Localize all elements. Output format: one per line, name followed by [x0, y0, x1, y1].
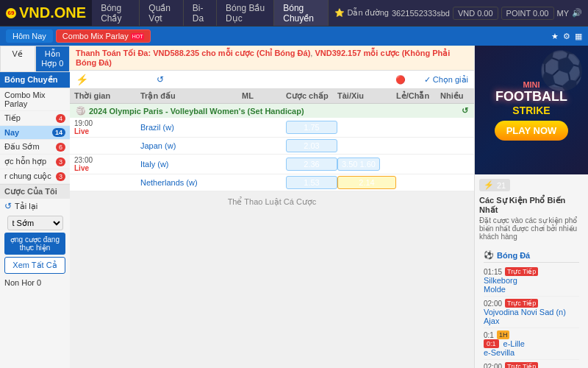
match-2-team1[interactable]: Italy (w): [140, 160, 242, 169]
match-row-2-line2: Netherlands (w) 1.53 2.14: [70, 174, 474, 191]
footer-note: Thể Thao Luật Cá Cược: [70, 191, 474, 213]
main-content: Thanh Toán Tối Đa: VND588.235 cho mỗi cư…: [70, 46, 474, 368]
match-1-chap1: 1.75: [286, 121, 337, 134]
score-badge: 0:1: [484, 339, 499, 348]
tab-bi-da[interactable]: Bi-Da: [184, 0, 217, 26]
match-2-team2[interactable]: Netherlands (w): [140, 178, 242, 187]
event-item-2: 02:00 Trực Tiếp Vojvodina Novi Sad (n) A…: [484, 297, 579, 328]
match-1-time: 19:00 Live: [74, 119, 140, 135]
sidebar-item-dau-som[interactable]: Đấu Sớm 6: [0, 140, 70, 155]
hom-nay-tab[interactable]: Hôm Nay: [6, 29, 53, 43]
nay-badge: 14: [52, 128, 65, 137]
col-time: Thời gian: [74, 91, 140, 101]
main-layout: Về Hỗn Hợp 0 Bóng Chuyền Combo Mix Parla…: [0, 46, 588, 368]
match-1-team1[interactable]: Brazil (w): [140, 123, 242, 132]
header: 69 VND.ONE Bóng Chầy Quần Vợt Bi-Da Bóng…: [0, 0, 588, 26]
event-1-time: 01:15: [484, 268, 502, 276]
event-1-team1[interactable]: Silkeborg: [484, 276, 579, 285]
combo-tab[interactable]: Combo Mix Parlay HOT: [56, 29, 151, 43]
event-2-row1: 02:00 Trực Tiếp: [484, 299, 579, 308]
match-1-chap2-btn[interactable]: 2.03: [286, 139, 337, 152]
match-2-chap1-btn[interactable]: 2.36: [286, 158, 337, 171]
refresh-group-icon[interactable]: ↺: [462, 106, 468, 116]
zap-icon: ⚡: [484, 180, 494, 190]
checkmark-icon: ✓: [424, 75, 431, 84]
dau-som-badge: 6: [56, 143, 65, 152]
table-header: Thời gian Trận đấu ML Cược chấp Tài/Xiu …: [70, 89, 474, 104]
col-match: Trận đấu: [140, 91, 242, 101]
chung-cuoc-badge: 3: [56, 172, 65, 181]
lightning-icon: ⚡: [76, 74, 88, 85]
col-nhieu: Nhiều: [440, 91, 470, 101]
event-1-status: Trực Tiếp: [505, 267, 538, 276]
play-now-btn[interactable]: PLAY NOW: [495, 121, 569, 141]
logo-badge: 69: [6, 8, 16, 18]
match-2-time: 23:00 Live: [74, 156, 140, 172]
football-label: FOOTBALL: [495, 89, 569, 105]
match-row-2: 23:00 Live Italy (w) 2.50 2.36 3.50 1.60…: [70, 155, 474, 191]
match-2-chap2-btn[interactable]: 1.53: [286, 176, 337, 189]
refresh-bet-icon[interactable]: ↺: [157, 74, 164, 85]
sidebar-item-nay[interactable]: Nay 14: [0, 126, 70, 140]
soccer-icon: ⚽: [484, 250, 494, 260]
logo: 69 VND.ONE: [0, 1, 92, 24]
ad-banner[interactable]: ⚽ MINI FOOTBALL STRIKE PLAY NOW: [475, 46, 588, 174]
event-2-time: 02:00: [484, 300, 502, 308]
sidebar-section-bong-chuyen: Bóng Chuyền: [0, 72, 70, 88]
xem-tat-ca-btn[interactable]: Xem Tất Cả: [4, 257, 65, 274]
refresh-icon[interactable]: ↺: [4, 201, 12, 211]
hon-hop-tab[interactable]: Hỗn Hợp 0: [35, 46, 71, 72]
sound-icon[interactable]: 🔊: [572, 8, 582, 18]
match-2-tai-xiu: 3.50 1.60: [337, 158, 396, 171]
chon-giai-btn[interactable]: ✓ Chọn giải: [424, 75, 468, 85]
event-2-team2[interactable]: Ajax: [484, 316, 579, 325]
event-3-team1[interactable]: 0:1 e-Lille: [484, 339, 579, 348]
match-row-1: 19:00 Live Brazil (w) 1.50 1.75 Japan (w…: [70, 118, 474, 155]
volleyball-icon: 🏐: [76, 106, 86, 116]
tai-lai-label[interactable]: Tải lại: [15, 202, 37, 211]
events-count: ⚡ 21: [479, 179, 510, 191]
event-2-team1[interactable]: Vojvodina Novi Sad (n): [484, 308, 579, 316]
event-item-4: 02:00 Trực Tiếp Rijeka FC Coprivul Huned…: [484, 360, 579, 368]
count-icon: 🔴: [395, 75, 406, 85]
match-2-tai-btn[interactable]: 3.50 1.60: [337, 158, 380, 171]
tai-lai-row: ↺ Tải lại: [0, 199, 70, 213]
sidebar-item-combo[interactable]: Combo Mix Parlay: [0, 88, 70, 111]
event-1-team2[interactable]: Molde: [484, 285, 579, 294]
right-sidebar: ⚽ MINI FOOTBALL STRIKE PLAY NOW ⚡ 21 Các…: [474, 46, 588, 368]
ve-tab[interactable]: Về: [0, 46, 35, 72]
event-4-time: 02:00: [484, 363, 502, 369]
bet-type-select[interactable]: t Sớm: [7, 216, 63, 230]
match-row-1-line2: Japan (w) 2.03: [70, 138, 474, 155]
mini-label: MINI: [495, 80, 569, 89]
match-2-chap1: 2.36: [286, 158, 337, 171]
col-chap: Cược chấp: [286, 91, 337, 101]
match-2-xiu-btn[interactable]: 2.14: [337, 176, 396, 189]
sidebar-item-tiep[interactable]: Tiếp 4: [0, 111, 70, 126]
sidebar-item-chung-cuoc[interactable]: r chung cuộc 3: [0, 169, 70, 184]
match-2-xiu: 2.14: [337, 176, 396, 189]
event-1-row1: 01:15 Trực Tiếp: [484, 267, 579, 276]
sidebar-section-combo: Combo Mix Parlay Tiếp 4 Nay 14 Đấu Sớm 6…: [0, 88, 70, 185]
cuoc-hon-hop-label: Cược hỗn hợp: [94, 74, 151, 85]
my-label[interactable]: MY: [557, 9, 570, 18]
star-icon[interactable]: ★: [551, 32, 559, 41]
match-group-label: 2024 Olympic Paris - Volleyball Women's …: [89, 107, 304, 116]
cuoc-dang-btn[interactable]: ợng cược đang thực hiện: [4, 233, 65, 255]
match-1-team2[interactable]: Japan (w): [140, 141, 242, 150]
tab-bong-chay[interactable]: Bóng Chầy: [92, 0, 140, 26]
event-3-status: 1H: [497, 330, 510, 339]
payment-bar: Thanh Toán Tối Đa: VND588.235 cho mỗi cư…: [70, 46, 474, 71]
layout-icon[interactable]: ▦: [575, 32, 582, 41]
header-tabs: Bóng Chầy Quần Vợt Bi-Da Bóng Bầu Dục Bó…: [92, 0, 329, 26]
settings-icon[interactable]: ⚙: [563, 32, 570, 41]
tab-bong-bau-duc[interactable]: Bóng Bầu Dục: [217, 0, 274, 26]
point-display: POINT 0.00: [501, 7, 554, 20]
match-1-chap1-btn[interactable]: 1.75: [286, 121, 337, 134]
tab-quan-vot[interactable]: Quần Vợt: [140, 0, 184, 26]
sport-section: ⚽ Bóng Đá 01:15 Trực Tiếp Silkeborg Mold…: [479, 245, 584, 368]
tiep-badge: 4: [56, 114, 65, 123]
tab-bong-chuyen[interactable]: Bóng Chuyền: [274, 0, 329, 26]
event-3-team2[interactable]: e-Sevilla: [484, 348, 579, 357]
sidebar-item-hon-hop[interactable]: ợc hỗn hợp 3: [0, 155, 70, 169]
